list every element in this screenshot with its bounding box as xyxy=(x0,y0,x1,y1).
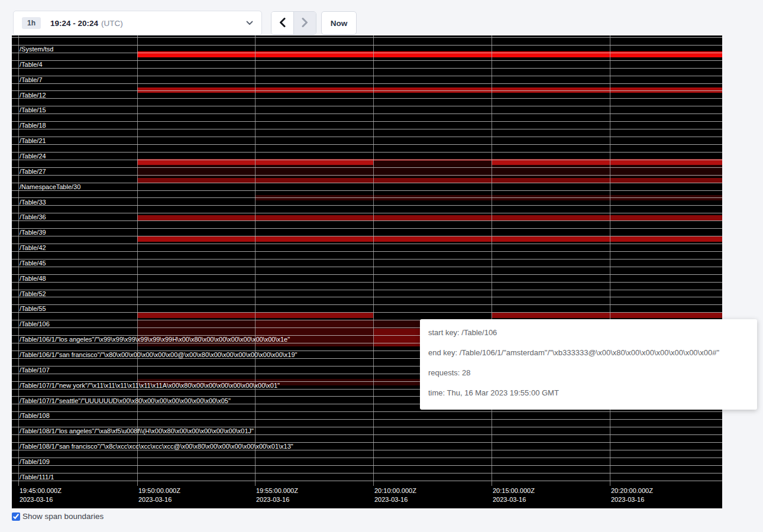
span-boundary-line xyxy=(12,167,722,168)
span-boundary-line xyxy=(12,90,722,91)
time-grid-line xyxy=(255,35,256,486)
x-axis-tick-label: 19:50:00.000Z2023-03-16 xyxy=(138,486,180,504)
span-boundary-line xyxy=(12,76,722,76)
span-boundary-line xyxy=(12,68,722,69)
span-boundary-line xyxy=(12,190,722,191)
span-boundary-line xyxy=(12,121,722,122)
span-boundary-line xyxy=(12,60,722,61)
span-boundary-line xyxy=(12,251,722,252)
span-boundary-line xyxy=(12,304,722,305)
span-boundary-line xyxy=(12,183,722,183)
span-boundary-line xyxy=(12,113,722,114)
footer-options: Show span boundaries xyxy=(12,512,104,521)
time-grid-line xyxy=(492,35,492,486)
row-label: /Table/108/1/"los angeles"/"\xa8\xf5\u00… xyxy=(20,427,254,435)
row-label: /Table/106 xyxy=(20,320,50,328)
span-boundary-line xyxy=(12,465,722,466)
span-boundary-line xyxy=(12,197,722,198)
span-boundary-line xyxy=(12,434,722,435)
span-boundary-line xyxy=(12,236,722,236)
heat-band[interactable] xyxy=(492,313,722,318)
next-interval-button[interactable] xyxy=(293,12,316,34)
row-label: /Table/36 xyxy=(20,213,46,221)
x-axis-tick-label: 19:55:00.000Z2023-03-16 xyxy=(256,486,298,504)
time-nav-group xyxy=(271,11,316,35)
tooltip: start key: /Table/106 end key: /Table/10… xyxy=(420,319,757,410)
span-boundary-line xyxy=(12,267,722,267)
span-boundary-line xyxy=(12,106,722,106)
tick-date: 2023-03-16 xyxy=(138,495,180,504)
chevron-right-icon xyxy=(302,18,308,29)
time-range-timezone: (UTC) xyxy=(101,19,123,28)
span-boundary-line xyxy=(12,481,722,481)
tooltip-end-key: end key: /Table/106/1/"amsterdam"/"\xb33… xyxy=(428,347,749,359)
span-boundary-line xyxy=(12,53,722,53)
span-boundary-line xyxy=(12,297,722,297)
span-boundary-line xyxy=(12,83,722,84)
time-grid-line xyxy=(610,35,610,486)
tick-time: 20:10:00.000Z xyxy=(374,486,416,495)
tick-time: 19:55:00.000Z xyxy=(256,486,298,495)
span-boundary-line xyxy=(12,450,722,450)
span-boundary-line xyxy=(12,290,722,290)
span-boundary-line xyxy=(12,419,722,420)
span-boundary-line xyxy=(12,458,722,458)
x-axis-tick-label: 20:15:00.000Z2023-03-16 xyxy=(493,486,535,504)
span-boundary-line xyxy=(12,259,722,259)
time-range-selector[interactable]: 1h 19:24 - 20:24 (UTC) xyxy=(13,11,262,35)
key-visualizer-canvas[interactable]: /System/tsd/Table/4/Table/7/Table/12/Tab… xyxy=(12,35,722,508)
span-boundary-line xyxy=(12,129,722,129)
tick-time: 19:50:00.000Z xyxy=(138,486,180,495)
span-boundary-line xyxy=(12,220,722,221)
row-label: /Table/39 xyxy=(20,229,46,236)
x-axis-tick-label: 19:45:00.000Z2023-03-16 xyxy=(20,486,62,504)
tick-date: 2023-03-16 xyxy=(493,495,535,504)
row-label: /Table/55 xyxy=(20,305,46,313)
tooltip-time: time: Thu, 16 Mar 2023 19:55:00 GMT xyxy=(428,387,749,399)
tick-date: 2023-03-16 xyxy=(20,495,62,504)
heat-band[interactable] xyxy=(137,215,722,220)
row-label: /Table/18 xyxy=(20,122,46,129)
span-boundary-line xyxy=(12,45,722,46)
span-boundary-line xyxy=(12,37,722,38)
span-boundary-line xyxy=(12,312,722,313)
chevron-down-icon xyxy=(246,21,253,25)
time-grid-line xyxy=(137,35,138,486)
span-boundary-line xyxy=(12,144,722,145)
x-axis-tick-label: 20:10:00.000Z2023-03-16 xyxy=(374,486,416,504)
tick-date: 2023-03-16 xyxy=(611,495,653,504)
span-boundary-line xyxy=(12,427,722,427)
span-boundary-line xyxy=(12,175,722,176)
tick-date: 2023-03-16 xyxy=(374,495,416,504)
row-label: /Table/108 xyxy=(20,412,50,420)
time-grid-line xyxy=(373,35,374,486)
span-boundary-line xyxy=(12,160,722,160)
span-boundary-line xyxy=(12,411,722,412)
time-range-text: 19:24 - 20:24 xyxy=(50,19,98,28)
prev-interval-button[interactable] xyxy=(271,12,293,34)
span-boundary-line xyxy=(12,98,722,99)
tooltip-start-key: start key: /Table/106 xyxy=(428,327,749,339)
tick-time: 20:15:00.000Z xyxy=(493,486,535,495)
heat-band[interactable] xyxy=(137,236,722,242)
span-boundary-line xyxy=(12,282,722,283)
span-boundary-line xyxy=(12,213,722,213)
tick-time: 19:45:00.000Z xyxy=(20,486,62,495)
span-boundary-line xyxy=(12,205,722,206)
row-label: /Table/15 xyxy=(20,106,46,114)
tick-date: 2023-03-16 xyxy=(256,495,298,504)
heat-band[interactable] xyxy=(373,161,492,165)
span-boundary-line xyxy=(12,137,722,137)
now-button[interactable]: Now xyxy=(321,11,357,35)
span-boundary-line xyxy=(12,244,722,244)
span-boundary-line xyxy=(12,274,722,275)
tick-time: 20:20:00.000Z xyxy=(611,486,653,495)
x-axis-tick-label: 20:20:00.000Z2023-03-16 xyxy=(611,486,653,504)
show-span-boundaries-checkbox[interactable] xyxy=(12,512,20,521)
span-boundary-line xyxy=(12,228,722,229)
span-boundary-line xyxy=(12,152,722,153)
span-boundary-line xyxy=(12,442,722,443)
show-span-boundaries-label: Show span boundaries xyxy=(22,512,104,521)
time-range-badge: 1h xyxy=(22,17,41,29)
chevron-left-icon xyxy=(279,18,286,29)
